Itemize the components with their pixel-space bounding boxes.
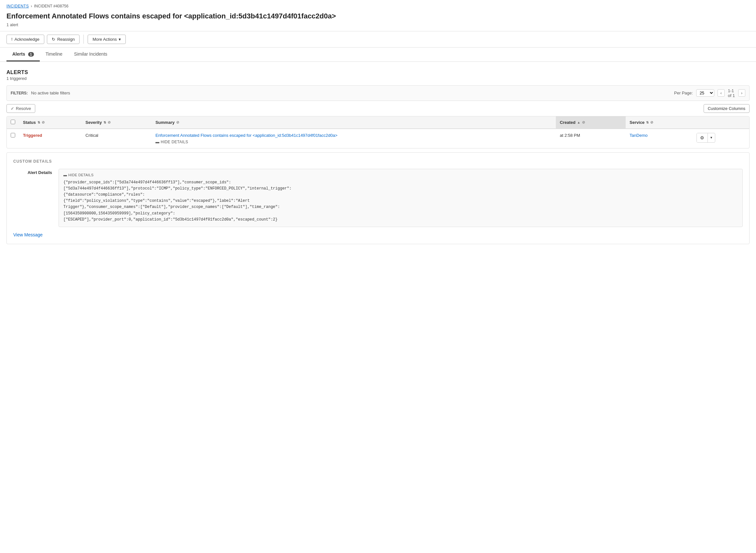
more-actions-label: More Actions bbox=[92, 37, 117, 42]
row-severity: Critical bbox=[81, 129, 151, 148]
filters-bar: FILTERS: No active table filters Per Pag… bbox=[6, 85, 750, 101]
filter-service-icon[interactable]: ⊘ bbox=[650, 120, 653, 125]
breadcrumb: INCIDENTS › INCIDENT #408756 bbox=[0, 0, 756, 10]
filter-status-icon[interactable]: ⊘ bbox=[42, 120, 45, 125]
row-summary: Enforcement Annotated Flows contains esc… bbox=[152, 129, 556, 148]
filters-right: Per Page: 25 50 100 ‹ 1-1 of 1 › bbox=[674, 88, 745, 98]
customize-columns-button[interactable]: Customize Columns bbox=[703, 104, 750, 113]
pagination-prev[interactable]: ‹ bbox=[718, 89, 725, 97]
alerts-table-wrap: Status ⇅ ⊘ Severity ⇅ ⊘ bbox=[6, 116, 750, 148]
service-link[interactable]: TanDemo bbox=[629, 133, 648, 138]
tab-alerts-badge: 1 bbox=[28, 52, 34, 57]
custom-details-row: Alert Details ▬ HIDE DETAILS {"provider_… bbox=[13, 169, 743, 227]
col-summary: Summary ⊘ bbox=[152, 116, 556, 129]
resolve-button[interactable]: ✓ Resolve bbox=[6, 104, 35, 113]
toolbar-divider bbox=[83, 34, 84, 44]
hide-details-small-icon: ▬ bbox=[63, 173, 67, 177]
gear-dropdown-icon[interactable]: ▾ bbox=[708, 134, 715, 142]
alerts-section-subtitle: 1 triggered bbox=[6, 76, 750, 81]
filters-left: FILTERS: No active table filters bbox=[11, 91, 70, 95]
alerts-section-title: ALERTS bbox=[6, 70, 750, 75]
col-severity-label: Severity bbox=[85, 120, 102, 125]
col-status: Status ⇅ ⊘ bbox=[19, 116, 81, 129]
tab-timeline-label: Timeline bbox=[46, 52, 62, 57]
tab-alerts[interactable]: Alerts 1 bbox=[6, 48, 40, 62]
hide-details-icon: ▬ bbox=[156, 140, 159, 144]
tab-similar-incidents[interactable]: Similar Incidents bbox=[68, 48, 113, 62]
row-status: Triggered bbox=[19, 129, 81, 148]
more-actions-button[interactable]: More Actions ▾ bbox=[88, 34, 126, 44]
per-page-label: Per Page: bbox=[674, 91, 693, 95]
status-badge: Triggered bbox=[23, 133, 42, 138]
view-message-link[interactable]: View Message bbox=[13, 232, 43, 237]
custom-details-section: CUSTOM DETAILS Alert Details ▬ HIDE DETA… bbox=[6, 152, 750, 244]
breadcrumb-current: INCIDENT #408756 bbox=[34, 4, 69, 8]
table-row: Triggered Critical Enforcement Annotated… bbox=[7, 129, 749, 148]
resolve-label: Resolve bbox=[16, 106, 31, 111]
hide-details-toggle[interactable]: ▬ HIDE DETAILS bbox=[156, 140, 552, 144]
customize-label: Customize Columns bbox=[708, 106, 745, 111]
filters-value: No active table filters bbox=[31, 91, 70, 95]
tab-similar-incidents-label: Similar Incidents bbox=[74, 52, 107, 57]
col-created: Created ▲ ⊘ bbox=[556, 116, 626, 129]
sort-severity-icon[interactable]: ⇅ bbox=[103, 121, 106, 124]
tab-timeline[interactable]: Timeline bbox=[40, 48, 68, 62]
page-header: Enforcement Annotated Flows contains esc… bbox=[0, 10, 756, 31]
tab-alerts-label: Alerts bbox=[12, 52, 25, 57]
col-created-label: Created bbox=[560, 120, 575, 125]
acknowledge-button[interactable]: ! Acknowledge bbox=[6, 34, 44, 44]
page-title: Enforcement Annotated Flows contains esc… bbox=[6, 12, 750, 21]
sort-service-icon[interactable]: ⇅ bbox=[646, 121, 649, 124]
acknowledge-label: Acknowledge bbox=[14, 37, 39, 42]
pagination-info: 1-1 of 1 bbox=[728, 88, 735, 98]
hide-details-small-toggle[interactable]: ▬ HIDE DETAILS bbox=[63, 173, 738, 177]
gear-icon[interactable]: ⚙ bbox=[697, 133, 708, 142]
toolbar: ! Acknowledge ↻ Reassign More Actions ▾ bbox=[0, 31, 756, 48]
more-actions-arrow-icon: ▾ bbox=[119, 37, 121, 42]
tabs-bar: Alerts 1 Timeline Similar Incidents bbox=[0, 48, 756, 62]
reassign-button[interactable]: ↻ Reassign bbox=[47, 34, 80, 44]
col-service-label: Service bbox=[629, 120, 645, 125]
reassign-icon: ↻ bbox=[52, 37, 55, 42]
row-service: TanDemo bbox=[626, 129, 693, 148]
breadcrumb-separator: › bbox=[31, 4, 32, 8]
select-all-col bbox=[7, 116, 19, 129]
breadcrumb-incidents-link[interactable]: INCIDENTS bbox=[6, 4, 29, 8]
select-all-checkbox[interactable] bbox=[11, 120, 15, 124]
col-summary-label: Summary bbox=[156, 120, 175, 125]
col-service: Service ⇅ ⊘ bbox=[626, 116, 693, 129]
acknowledge-icon: ! bbox=[11, 37, 13, 42]
sort-created-icon[interactable]: ▲ bbox=[577, 121, 580, 124]
summary-link[interactable]: Enforcement Annotated Flows contains esc… bbox=[156, 133, 338, 138]
hide-details-label: HIDE DETAILS bbox=[161, 140, 188, 144]
per-page-select[interactable]: 25 50 100 bbox=[696, 89, 714, 97]
custom-details-title: CUSTOM DETAILS bbox=[13, 159, 743, 164]
row-created: at 2:58 PM bbox=[556, 129, 626, 148]
resolve-check-icon: ✓ bbox=[11, 106, 14, 111]
reassign-label: Reassign bbox=[57, 37, 75, 42]
sort-status-icon[interactable]: ⇅ bbox=[37, 121, 40, 124]
filters-label: FILTERS: bbox=[11, 91, 28, 95]
pagination-next[interactable]: › bbox=[738, 89, 745, 97]
hide-details-small-label: HIDE DETAILS bbox=[68, 173, 93, 177]
col-status-label: Status bbox=[23, 120, 36, 125]
actions-row: ✓ Resolve Customize Columns bbox=[6, 104, 750, 113]
filter-created-icon[interactable]: ⊘ bbox=[582, 120, 585, 125]
alerts-table: Status ⇅ ⊘ Severity ⇅ ⊘ bbox=[7, 116, 749, 148]
col-actions bbox=[693, 116, 749, 129]
content: ALERTS 1 triggered FILTERS: No active ta… bbox=[0, 62, 756, 252]
col-severity: Severity ⇅ ⊘ bbox=[81, 116, 151, 129]
filter-severity-icon[interactable]: ⊘ bbox=[108, 120, 110, 125]
json-content: {"provider_scope_ids":["5d3a744e497d4f44… bbox=[63, 179, 738, 223]
custom-details-content: ▬ HIDE DETAILS {"provider_scope_ids":["5… bbox=[59, 169, 743, 227]
row-checkbox[interactable] bbox=[11, 133, 15, 138]
alert-count: 1 alert bbox=[6, 22, 750, 27]
row-checkbox-col bbox=[7, 129, 19, 148]
row-gear-col: ⚙ ▾ bbox=[693, 129, 749, 148]
gear-button[interactable]: ⚙ ▾ bbox=[696, 133, 715, 143]
alert-details-label: Alert Details bbox=[13, 169, 52, 227]
filter-summary-icon[interactable]: ⊘ bbox=[176, 120, 179, 125]
